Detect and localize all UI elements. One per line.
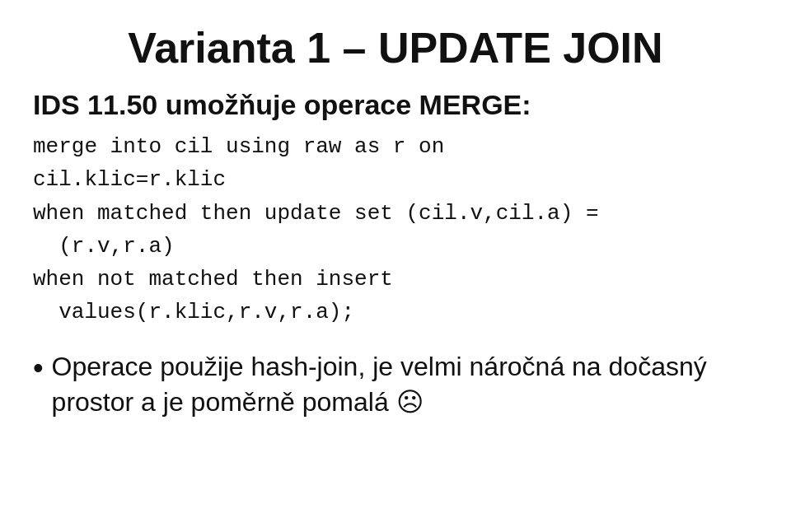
code-line-4: (r.v,r.a) bbox=[33, 234, 175, 259]
code-line-2: cil.klic=r.klic bbox=[33, 167, 226, 192]
subtitle: IDS 11.50 umožňuje operace MERGE: bbox=[33, 88, 758, 122]
code-block: merge into cil using raw as r on cil.kli… bbox=[33, 130, 758, 329]
bullet-section: • Operace použije hash-join, je velmi ná… bbox=[33, 349, 758, 420]
main-title: Varianta 1 – UPDATE JOIN bbox=[33, 25, 758, 72]
code-line-6: values(r.klic,r.v,r.a); bbox=[33, 300, 354, 324]
code-line-3: when matched then update set (cil.v,cil.… bbox=[33, 201, 599, 226]
code-line-1: merge into cil using raw as r on bbox=[33, 134, 444, 159]
bullet-dot: • bbox=[33, 349, 44, 388]
bullet-text: Operace použije hash-join, je velmi náro… bbox=[52, 349, 758, 420]
code-line-5: when not matched then insert bbox=[33, 267, 393, 292]
page-container: Varianta 1 – UPDATE JOIN IDS 11.50 umožň… bbox=[0, 0, 791, 532]
